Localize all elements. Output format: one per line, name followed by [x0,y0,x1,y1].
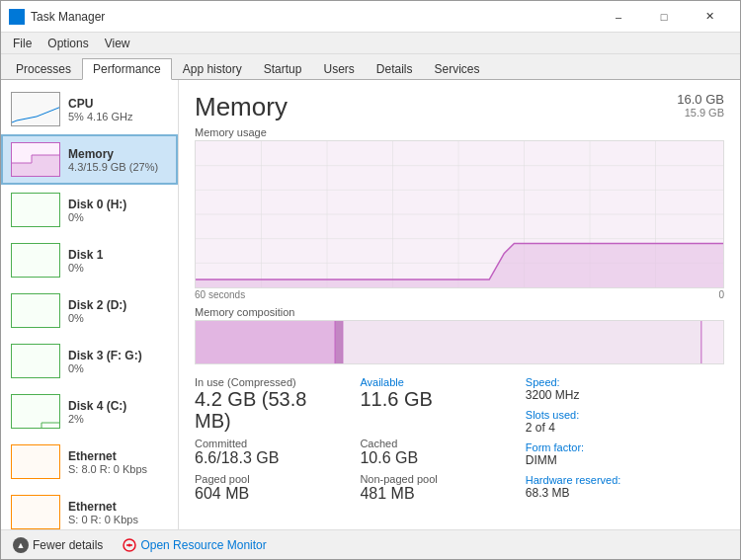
usage-chart-label: Memory usage [195,126,724,138]
ethernet2-thumbnail [11,495,60,529]
hw-form-item: Form factor: DIMM [526,441,621,470]
window-controls: – □ ✕ [596,1,732,33]
sidebar-item-disk0[interactable]: Disk 0 (H:) 0% [1,185,178,235]
memory-composition-chart [195,320,724,364]
chart-max: 15.9 GB [677,107,724,119]
sidebar-item-disk2[interactable]: Disk 2 (D:) 0% [1,285,178,336]
disk3-thumbnail [11,344,60,378]
svg-marker-26 [196,244,723,287]
svg-rect-3 [18,18,23,23]
disk4-info: Disk 4 (C:) 2% [68,399,168,425]
menu-options[interactable]: Options [40,35,96,52]
svg-rect-11 [12,395,60,429]
hw-slots-item: Slots used: 2 of 4 [526,409,621,438]
svg-rect-2 [11,18,16,23]
sidebar-item-ethernet1[interactable]: Ethernet S: 8.0 R: 0 Kbps [1,437,178,487]
memory-sublabel: 4.3/15.9 GB (27%) [68,161,168,173]
menu-bar: File Options View [1,33,740,54]
in-use-label: In use (Compressed) [195,376,344,388]
ethernet2-sublabel: S: 0 R: 0 Kbps [68,514,168,525]
disk1-info: Disk 1 0% [68,248,168,274]
disk2-info: Disk 2 (D:) 0% [68,298,168,324]
disk1-thumbnail [11,243,60,278]
svg-point-37 [128,543,131,546]
open-resource-monitor-link[interactable]: Open Resource Monitor [140,538,266,552]
app-icon [9,9,25,25]
hw-dummy3 [628,441,724,470]
ethernet1-sublabel: S: 8.0 R: 0 Kbps [68,463,168,475]
available-label: Available [360,376,509,388]
svg-rect-7 [12,194,60,227]
stats-left: In use (Compressed) 4.2 GB (53.8 MB) Ava… [195,376,510,503]
cpu-label: CPU [68,97,168,111]
memory-label: Memory [68,147,168,161]
tab-startup[interactable]: Startup [253,58,313,79]
ethernet2-info: Ethernet S: 0 R: 0 Kbps [68,500,168,525]
committed-label: Committed [195,438,344,449]
tab-services[interactable]: Services [424,58,491,79]
maximize-button[interactable]: □ [641,1,687,33]
sidebar-item-cpu[interactable]: CPU 5% 4.16 GHz [1,84,178,134]
speed-label: Speed: [526,376,621,388]
stat-cached: Cached 10.6 GB [360,438,509,467]
hw-dummy1 [628,376,724,405]
size-info: 16.0 GB 15.9 GB [677,92,724,119]
open-monitor-icon [123,538,136,552]
sidebar-item-disk1[interactable]: Disk 1 0% [1,235,178,285]
stat-committed: Committed 6.6/18.3 GB [195,438,344,467]
paged-label: Paged pool [195,473,344,485]
cached-label: Cached [360,438,509,449]
hw-reserved-item: Hardware reserved: 68.3 MB [526,474,621,503]
cpu-sublabel: 5% 4.16 GHz [68,111,168,122]
disk4-label: Disk 4 (C:) [68,399,168,413]
paged-value: 604 MB [195,485,344,503]
task-manager-window: Task Manager – □ ✕ File Options View Pro… [0,0,741,560]
disk1-label: Disk 1 [68,248,168,262]
sidebar-item-memory[interactable]: Memory 4.3/15.9 GB (27%) [1,134,178,185]
open-monitor-container: Open Resource Monitor [123,538,266,552]
tab-details[interactable]: Details [366,58,424,79]
svg-rect-10 [12,345,60,378]
stat-nonpaged: Non-paged pool 481 MB [360,473,509,503]
tab-performance[interactable]: Performance [82,58,172,80]
cpu-info: CPU 5% 4.16 GHz [68,97,168,122]
in-use-value: 4.2 GB (53.8 MB) [195,388,344,432]
svg-rect-28 [196,321,335,363]
memory-thumbnail [11,142,60,177]
svg-rect-13 [12,496,60,529]
window-title: Task Manager [31,10,596,24]
nonpaged-value: 481 MB [360,485,509,503]
sidebar-item-ethernet2[interactable]: Ethernet S: 0 R: 0 Kbps [1,487,178,529]
minimize-button[interactable]: – [596,1,641,33]
svg-rect-9 [12,294,60,328]
menu-file[interactable]: File [5,35,40,52]
fewer-details-icon: ▲ [13,537,29,553]
tab-app-history[interactable]: App history [172,58,253,79]
disk3-sublabel: 0% [68,362,168,374]
content-area: CPU 5% 4.16 GHz Memory 4.3/15.9 GB (27%) [1,80,740,529]
nonpaged-label: Non-paged pool [360,473,509,485]
fewer-details-button[interactable]: ▲ Fewer details [9,535,107,555]
sidebar-item-disk4[interactable]: Disk 4 (C:) 2% [1,386,178,437]
disk3-label: Disk 3 (F: G:) [68,349,168,362]
sidebar: CPU 5% 4.16 GHz Memory 4.3/15.9 GB (27%) [1,80,179,529]
form-value: DIMM [526,453,621,467]
total-size: 16.0 GB [677,92,724,107]
disk0-thumbnail [11,193,60,227]
memory-usage-chart [195,140,724,288]
stats-container: In use (Compressed) 4.2 GB (53.8 MB) Ava… [195,376,724,503]
svg-rect-30 [343,321,701,363]
committed-value: 6.6/18.3 GB [195,449,344,467]
svg-rect-31 [701,321,723,363]
sidebar-item-disk3[interactable]: Disk 3 (F: G:) 0% [1,336,178,386]
form-label: Form factor: [526,441,621,453]
disk1-sublabel: 0% [68,262,168,274]
tab-processes[interactable]: Processes [5,58,82,79]
tab-users[interactable]: Users [312,58,365,79]
axis-left: 60 seconds [195,289,245,300]
close-button[interactable]: ✕ [687,1,732,33]
bottom-bar: ▲ Fewer details Open Resource Monitor [1,529,740,559]
menu-view[interactable]: View [97,35,138,52]
svg-rect-29 [335,321,343,363]
svg-rect-12 [12,445,60,479]
